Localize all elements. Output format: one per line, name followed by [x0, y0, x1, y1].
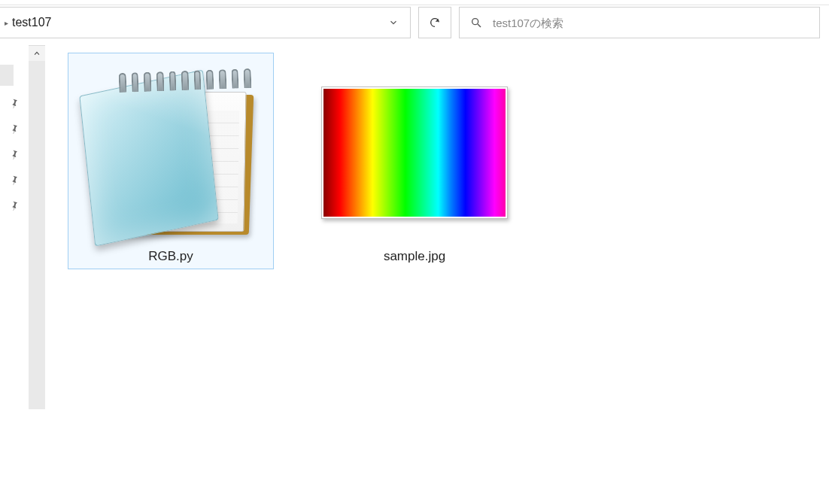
pin-icon[interactable]: [9, 123, 20, 134]
quick-access-pins: [0, 98, 29, 211]
address-bar[interactable]: ▸ test107: [0, 7, 411, 38]
scroll-up-button[interactable]: [29, 46, 45, 61]
refresh-icon: [429, 17, 441, 29]
file-list: RGB.py sample.jpg: [68, 53, 518, 269]
toolbar-divider: [0, 5, 829, 5]
svg-line-1: [478, 24, 481, 27]
pin-icon[interactable]: [9, 200, 20, 211]
rainbow-thumbnail: [323, 89, 506, 217]
chevron-down-icon: [388, 17, 399, 28]
pin-icon[interactable]: [9, 149, 20, 159]
address-path[interactable]: test107: [9, 16, 377, 29]
svg-point-0: [472, 19, 478, 25]
address-search-row: ▸ test107: [0, 7, 829, 38]
refresh-button[interactable]: [418, 7, 451, 38]
pin-icon[interactable]: [9, 98, 20, 108]
nav-selection-indicator: [0, 65, 14, 86]
chevron-up-icon: [33, 50, 41, 57]
navigation-rail: [0, 45, 29, 504]
file-item-rgb-py[interactable]: RGB.py: [68, 53, 274, 269]
search-input[interactable]: [493, 17, 809, 29]
breadcrumb-caret-icon: ▸: [0, 19, 9, 27]
file-thumbnail: [74, 61, 267, 244]
notepad-icon: [84, 66, 257, 239]
search-icon: [470, 17, 482, 29]
image-thumbnail-frame: [321, 87, 508, 219]
address-history-dropdown[interactable]: [377, 17, 410, 28]
file-pane[interactable]: RGB.py sample.jpg: [45, 45, 829, 504]
file-name: RGB.py: [148, 244, 193, 264]
file-name: sample.jpg: [384, 244, 445, 264]
file-thumbnail: [318, 61, 511, 244]
search-box[interactable]: [459, 7, 820, 38]
nav-scrollbar[interactable]: [29, 45, 45, 409]
pin-icon[interactable]: [9, 175, 20, 185]
file-item-sample-jpg[interactable]: sample.jpg: [311, 53, 518, 269]
